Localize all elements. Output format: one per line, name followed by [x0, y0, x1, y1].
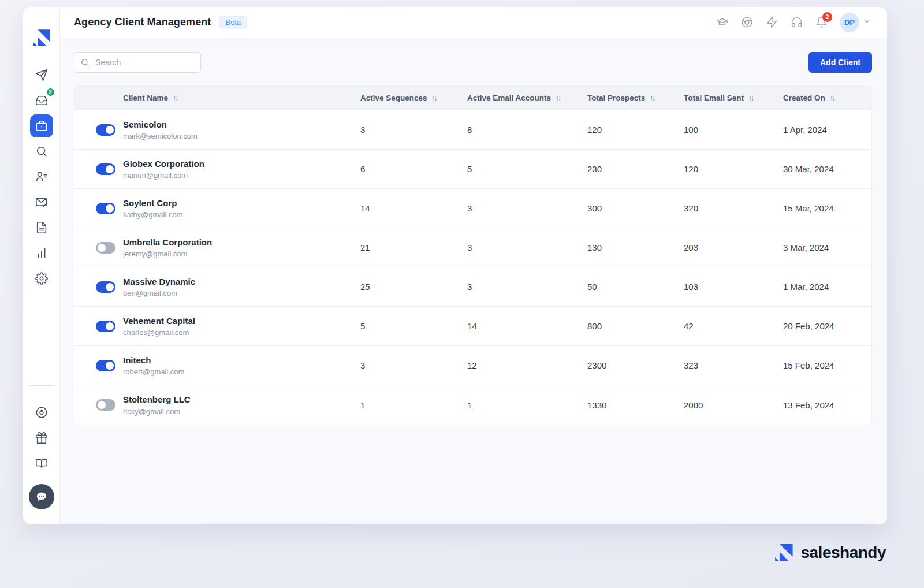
inbox-count-badge: 2 [46, 87, 55, 97]
toggle-knob [106, 322, 114, 330]
notifications-button[interactable]: 2 [815, 16, 828, 29]
client-name: Initech [123, 355, 184, 366]
client-email: kathy@gmail.com [123, 210, 183, 219]
main-area: Agency Client Management Beta [60, 7, 887, 524]
sort-icon: ↑↓ [830, 94, 834, 102]
user-list-icon [35, 170, 48, 183]
sidebar-item-templates[interactable] [30, 216, 53, 239]
cell-created-on: 15 Mar, 2024 [783, 203, 871, 213]
client-toggle[interactable] [96, 163, 116, 175]
cell-total-email-sent: 203 [684, 243, 783, 252]
cell-active-sequences: 1 [360, 400, 467, 410]
cell-total-prospects: 800 [587, 321, 684, 331]
cell-total-email-sent: 100 [684, 125, 783, 135]
client-toggle[interactable] [96, 242, 116, 254]
academy-button[interactable] [716, 16, 728, 29]
cell-created-on: 1 Mar, 2024 [783, 282, 871, 292]
sort-icon: ↑↓ [748, 94, 753, 102]
content-area: Add Client Client Name ↑↓ Active Sequenc… [60, 38, 887, 524]
client-toggle[interactable] [96, 124, 116, 136]
cell-total-prospects: 120 [587, 125, 684, 135]
sidebar-item-settings[interactable] [30, 267, 53, 290]
notification-count-badge: 2 [822, 12, 832, 22]
cell-total-prospects: 230 [587, 164, 684, 174]
client-toggle[interactable] [96, 399, 116, 411]
sidebar-divider [28, 385, 55, 386]
extension-button[interactable] [740, 16, 753, 29]
add-client-button[interactable]: Add Client [808, 52, 872, 73]
client-email: ben@gmail.com [123, 289, 195, 297]
search-icon [80, 58, 90, 67]
toggle-knob [106, 362, 114, 370]
sidebar-item-sequences[interactable] [30, 64, 53, 87]
search-field [74, 52, 201, 73]
sidebar-item-analytics[interactable] [30, 241, 53, 265]
cell-created-on: 15 Feb, 2024 [783, 360, 871, 370]
column-header-created-on[interactable]: Created On ↑↓ [783, 94, 871, 102]
saleshandy-logo-icon [774, 543, 793, 563]
sidebar-item-knowledge-base[interactable] [30, 452, 53, 475]
table-body: Semicolon mark@semicolon.com 3 8 120 100… [74, 110, 871, 425]
brand-wordmark: saleshandy [800, 544, 886, 562]
sidebar-item-inbox[interactable]: 2 [30, 89, 53, 112]
client-cell: Vehement Capital charles@gmail.com [74, 315, 360, 337]
briefcase-icon [35, 120, 48, 132]
cell-active-sequences: 3 [360, 360, 467, 370]
sidebar-item-trending[interactable] [30, 401, 53, 424]
table-row: Soylent Corp kathy@gmail.com 14 3 300 32… [74, 189, 871, 228]
cell-total-prospects: 50 [587, 282, 684, 292]
toggle-knob [106, 165, 114, 173]
toggle-knob [98, 401, 106, 409]
search-input[interactable] [74, 52, 201, 73]
client-toggle[interactable] [96, 321, 116, 332]
sidebar-item-rewards[interactable] [30, 426, 53, 449]
mail-check-icon [35, 196, 48, 209]
table-row: Initech robert@gmail.com 3 12 2300 323 1… [74, 346, 871, 385]
sidebar: 2 [23, 7, 60, 524]
client-name: Massive Dynamic [123, 276, 195, 288]
sidebar-item-email-accounts[interactable] [30, 191, 53, 214]
client-toggle[interactable] [96, 360, 116, 371]
chat-widget-button[interactable] [29, 484, 54, 509]
client-name: Vehement Capital [123, 315, 195, 327]
sidebar-item-clients[interactable] [30, 114, 53, 137]
column-header-active-sequences[interactable]: Active Sequences ↑↓ [360, 94, 467, 102]
sidebar-item-prospects[interactable] [30, 165, 53, 188]
client-toggle[interactable] [96, 203, 116, 214]
support-button[interactable] [790, 16, 803, 29]
whats-new-button[interactable] [765, 16, 778, 29]
cell-total-prospects: 300 [587, 203, 684, 213]
cell-active-email-accounts: 3 [467, 282, 587, 292]
toggle-knob [106, 126, 114, 134]
client-cell: Massive Dynamic ben@gmail.com [74, 276, 360, 298]
client-cell: Semicolon mark@semicolon.com [74, 119, 360, 141]
cell-active-sequences: 21 [360, 243, 467, 252]
client-toggle[interactable] [96, 281, 116, 293]
cell-active-email-accounts: 5 [467, 164, 587, 174]
client-name: Soylent Corp [123, 198, 183, 209]
avatar: DP [840, 13, 859, 32]
cell-total-email-sent: 2000 [684, 400, 783, 410]
table-header: Client Name ↑↓ Active Sequences ↑↓ Activ… [74, 86, 871, 110]
column-header-client-name[interactable]: Client Name ↑↓ [74, 94, 360, 102]
column-header-total-email-sent[interactable]: Total Email Sent ↑↓ [684, 94, 783, 102]
client-cell: Stoltenberg LLC ricky@gmail.com [74, 394, 360, 416]
client-email: robert@gmail.com [123, 367, 184, 376]
chrome-icon [741, 16, 753, 28]
client-email: ricky@gmail.com [123, 407, 191, 416]
sort-icon: ↑↓ [432, 94, 437, 102]
profile-menu[interactable]: DP [840, 13, 871, 32]
sidebar-item-search[interactable] [30, 140, 53, 163]
column-header-total-prospects[interactable]: Total Prospects ↑↓ [587, 94, 684, 102]
cell-total-email-sent: 120 [684, 164, 783, 174]
client-email: charles@gmail.com [123, 328, 195, 337]
bar-chart-icon [35, 247, 48, 259]
cell-total-prospects: 1330 [587, 400, 684, 410]
chat-bubble-icon [35, 490, 49, 504]
search-icon [35, 145, 48, 158]
toggle-knob [98, 244, 106, 252]
app-window: 2 [23, 7, 887, 524]
cell-active-sequences: 25 [360, 282, 467, 292]
column-header-active-email-accounts[interactable]: Active Email Accounts ↑↓ [467, 94, 587, 102]
cell-active-sequences: 6 [360, 164, 467, 174]
